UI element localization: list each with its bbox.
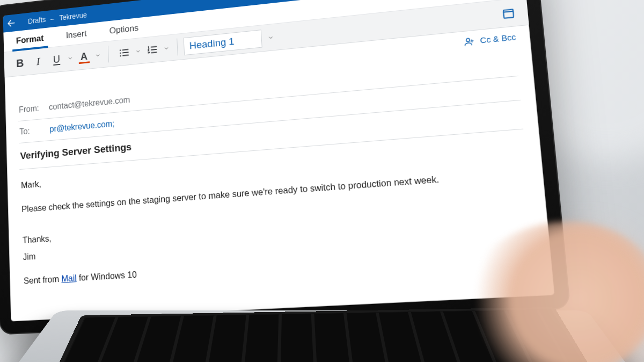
breadcrumb-account: Tekrevue — [59, 11, 87, 22]
font-color-button[interactable]: A — [74, 46, 93, 68]
number-list-icon — [147, 44, 158, 56]
style-picker-value: Heading 1 — [189, 35, 235, 52]
tab-format[interactable]: Format — [14, 29, 46, 51]
chevron-down-icon — [94, 52, 100, 59]
svg-point-3 — [120, 52, 121, 54]
svg-point-12 — [466, 38, 470, 42]
svg-point-5 — [120, 55, 121, 56]
from-value[interactable]: contact@tekrevue.com — [49, 95, 130, 112]
number-list-button[interactable] — [142, 39, 162, 60]
font-color-more[interactable] — [93, 52, 103, 59]
svg-line-0 — [9, 23, 14, 24]
to-value[interactable]: pr@tekrevue.com; — [49, 119, 114, 134]
toolbar-separator — [177, 39, 178, 55]
bullet-list-more[interactable] — [134, 47, 143, 54]
tab-insert[interactable]: Insert — [64, 24, 89, 46]
svg-line-9 — [151, 52, 157, 53]
bold-button[interactable]: B — [11, 53, 30, 74]
photo-scene: Drafts – Tekrevue Undo Format — [0, 0, 644, 362]
cc-bcc-label: Cc & Bcc — [480, 32, 516, 45]
italic-button[interactable]: I — [29, 50, 48, 71]
breadcrumb-sep: – — [50, 15, 54, 23]
chevron-down-icon — [163, 45, 170, 52]
open-in-new-window-button[interactable] — [496, 1, 521, 24]
svg-rect-10 — [503, 9, 514, 18]
back-button[interactable] — [3, 14, 20, 33]
svg-line-6 — [123, 55, 128, 55]
style-picker-more[interactable] — [266, 34, 275, 41]
svg-line-11 — [503, 11, 513, 12]
add-contact-icon — [464, 36, 475, 47]
sig-suffix: for Windows 10 — [76, 270, 137, 283]
number-list-more[interactable] — [162, 45, 171, 52]
sig-prefix: Sent from — [24, 274, 62, 286]
chevron-down-icon — [267, 34, 274, 41]
underline-more[interactable] — [66, 54, 75, 61]
open-in-new-window-icon — [501, 6, 515, 20]
svg-line-2 — [122, 49, 128, 50]
underline-glyph: U — [53, 53, 61, 66]
from-label: From: — [19, 103, 43, 114]
tab-options[interactable]: Options — [107, 19, 141, 41]
font-color-swatch — [79, 61, 90, 64]
chevron-down-icon — [135, 48, 142, 55]
to-label: To: — [19, 125, 44, 136]
bullet-list-button[interactable] — [114, 42, 134, 63]
style-picker[interactable]: Heading 1 — [184, 30, 262, 55]
underline-button[interactable]: U — [47, 49, 67, 70]
breadcrumb: Drafts – Tekrevue — [28, 11, 87, 25]
svg-line-4 — [123, 52, 128, 53]
sig-link[interactable]: Mail — [61, 273, 77, 284]
bullet-list-icon — [119, 46, 130, 59]
svg-line-8 — [151, 49, 156, 49]
toolbar-separator — [108, 46, 109, 62]
svg-point-1 — [120, 49, 121, 51]
arrow-left-icon — [6, 18, 16, 28]
chevron-down-icon — [67, 55, 73, 61]
svg-line-7 — [151, 46, 156, 47]
breadcrumb-folder: Drafts — [28, 16, 46, 26]
